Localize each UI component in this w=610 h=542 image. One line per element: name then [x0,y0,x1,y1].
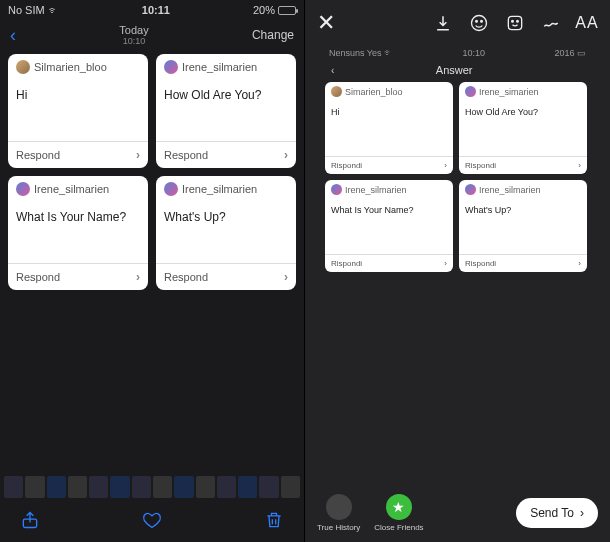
respond-button[interactable]: Rispondi› [325,156,453,174]
respond-button[interactable]: Rispondi› [325,254,453,272]
share-icon[interactable] [20,510,40,535]
username: Silmarien_bloo [34,61,107,73]
preview-nav: ‹ Answer [325,60,590,82]
respond-button[interactable]: Rispondi› [459,156,587,174]
avatar-icon [465,86,476,97]
download-icon[interactable] [432,12,454,34]
preview-status-bar: Nensuns Yes ᯤ 10:10 2016 ▭ [325,46,590,60]
preview-title: Answer [436,64,473,76]
carrier-label: No SIM ᯤ [8,4,59,16]
send-to-button[interactable]: Send To › [516,498,598,528]
respond-button[interactable]: Respond› [156,263,296,290]
avatar-icon [164,182,178,196]
respond-button[interactable]: Respond› [8,141,148,168]
back-icon[interactable]: ‹ [331,65,334,76]
question-card[interactable]: Irene_silmarien What Is Your Name? Rispo… [325,180,453,272]
story-bottom-bar: True History ★ Close Friends Send To › [305,494,610,532]
your-story-button[interactable]: True History [317,494,360,532]
sticker-icon[interactable] [504,12,526,34]
clock: 10:11 [142,4,170,16]
star-icon: ★ [386,494,412,520]
question-card[interactable]: Simarien_bloo Hi Rispondi› [325,82,453,174]
question-card[interactable]: Irene_silmarien What Is Your Name? Respo… [8,176,148,290]
heart-icon[interactable] [142,510,162,535]
question-cards: Silmarien_bloo Hi Respond› Irene_silmari… [0,54,304,290]
chevron-right-icon: › [284,148,288,162]
wifi-icon: ᯤ [48,4,59,16]
trash-icon[interactable] [264,510,284,535]
left-screenshot: No SIM ᯤ 10:11 20% ‹ Today 10:10 Change … [0,0,305,542]
change-button[interactable]: Change [252,28,294,42]
question-text: What Is Your Name? [8,200,148,263]
username: Irene_silmarien [34,183,109,195]
respond-button[interactable]: Respond› [8,263,148,290]
close-friends-button[interactable]: ★ Close Friends [374,494,423,532]
svg-point-6 [517,21,519,23]
avatar-icon [465,184,476,195]
chevron-right-icon: › [136,270,140,284]
username: Irene_silmarien [182,183,257,195]
avatar-icon [16,182,30,196]
respond-button[interactable]: Respond› [156,141,296,168]
svg-point-5 [512,21,514,23]
chevron-right-icon: › [284,270,288,284]
question-card[interactable]: Irene_silmarien What's Up? Respond› [156,176,296,290]
question-card[interactable]: Silmarien_bloo Hi Respond› [8,54,148,168]
avatar-icon [331,184,342,195]
avatar-icon [164,60,178,74]
battery-status: 20% [253,4,296,16]
question-card[interactable]: Irene_silmarien What's Up? Rispondi› [459,180,587,272]
right-screenshot: ✕ AA Nensuns Yes ᯤ 10:10 2016 ▭ ‹ Answer… [305,0,610,542]
preview-cards: Simarien_bloo Hi Rispondi› Irene_simarie… [325,82,590,272]
chevron-right-icon: › [136,148,140,162]
svg-rect-4 [508,16,521,29]
nav-bar: ‹ Today 10:10 Change [0,20,304,54]
media-thumbnails[interactable] [0,476,304,502]
svg-point-3 [481,21,483,23]
text-icon[interactable]: AA [576,12,598,34]
question-text: What's Up? [156,200,296,263]
question-card[interactable]: Irene_simarien How Old Are You? Rispondi… [459,82,587,174]
story-circle-icon [326,494,352,520]
chevron-right-icon: › [580,506,584,520]
story-toolbar: ✕ AA [305,0,610,46]
back-icon[interactable]: ‹ [10,25,16,46]
avatar-icon [331,86,342,97]
face-icon[interactable] [468,12,490,34]
nav-title: Today 10:10 [119,24,148,46]
story-preview: Nensuns Yes ᯤ 10:10 2016 ▭ ‹ Answer Sima… [325,46,590,272]
bottom-toolbar [0,502,304,542]
svg-point-1 [472,16,487,31]
close-icon[interactable]: ✕ [317,10,335,36]
question-text: How Old Are You? [156,78,296,141]
username: Irene_silmarien [182,61,257,73]
respond-button[interactable]: Rispondi› [459,254,587,272]
question-card[interactable]: Irene_silmarien How Old Are You? Respond… [156,54,296,168]
avatar-icon [16,60,30,74]
question-text: Hi [8,78,148,141]
draw-icon[interactable] [540,12,562,34]
status-bar: No SIM ᯤ 10:11 20% [0,0,304,20]
svg-point-2 [476,21,478,23]
